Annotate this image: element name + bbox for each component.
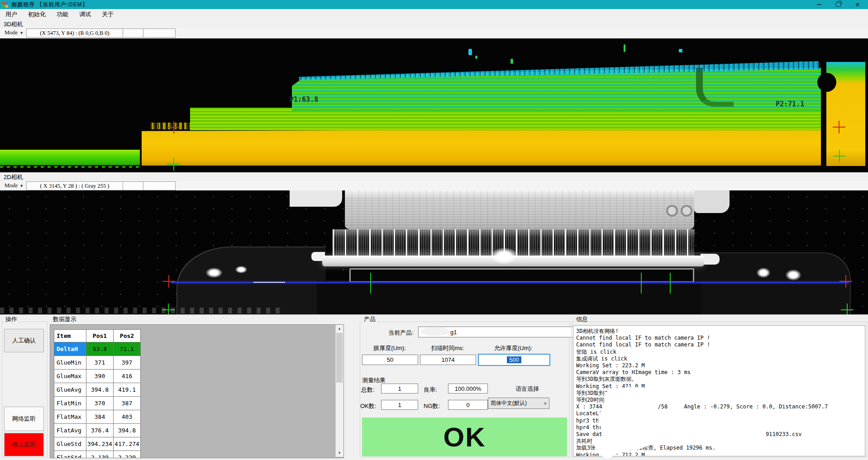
marker-cross-green [833,150,846,162]
chevron-down-icon: ▼ [19,31,24,35]
total-field[interactable]: 1 [381,384,418,394]
menu-item-4[interactable]: 调试 [74,9,96,20]
table-cell: FlatMax [54,410,86,424]
application-window: 测膜程序 【当前用户:OEM】 ✕ 用户初始化功能调试关于 3D相机 Mode▼… [0,0,868,460]
scroll-up-icon[interactable]: ▲ [336,325,343,332]
table-cell: GlueStd [54,437,86,451]
log-line: 集成调试 is click [576,356,865,362]
stop-listen-button[interactable]: 停止监听 [4,433,44,456]
mode-dropdown-3d[interactable]: Mode▼ [2,28,26,37]
camera-2d-label: 2D相机 [4,173,23,181]
scroll-down-icon[interactable]: ▼ [336,449,343,457]
connector-slot [349,268,694,283]
close-button[interactable]: ✕ [850,0,865,9]
table-row[interactable]: FlatStd2.1392.229 [54,451,141,459]
film-thickness-label: 膜厚度(Um): [362,344,417,352]
table-row[interactable]: GlueMin371397 [54,356,141,370]
film-thickness-field[interactable]: 50 [362,355,418,365]
ng-count-field[interactable]: 0 [448,400,488,410]
marker-cross-green [167,158,180,171]
allow-thickness-field[interactable]: 500 [478,354,550,366]
manual-confirm-button[interactable]: 人工确认 [4,329,44,352]
highlight-blob [206,268,222,278]
pixel-readout-2d: ( X 3145, Y 28 ) : ( Gray 255 ) [26,181,123,190]
ok-count-field[interactable]: 1 [381,400,418,410]
pcb-left-tab [290,190,342,207]
table-cell: GlueMin [54,356,86,370]
minimize-button[interactable] [811,0,827,9]
marker-cross-red [833,121,845,133]
log-line: Working Set : 223.2 M [576,362,865,369]
camera-3d-view[interactable]: P1:63.8 P2:71.1 [0,38,868,172]
toolbar-cell [143,28,176,38]
menu-item-2[interactable]: 初始化 [23,9,51,20]
scan-time-field[interactable]: 1074 [420,355,476,365]
table-row[interactable]: GlueAvg394.8419.1 [54,383,141,397]
table-cell: 370 [86,397,114,410]
network-listen-button[interactable]: 网络监听 [4,407,44,431]
toolbar-cell [143,181,176,190]
log-line: CameraV array to HImage time : 3 ms [576,369,865,376]
table-cell: 371 [86,356,114,370]
table-row[interactable]: FlatAvg376.4394.8 [54,424,141,437]
chevron-down-icon: ▼ [19,184,24,188]
result-status-box: OK [362,417,567,456]
table-header-cell: Pos2 [114,330,141,342]
heightmap-yellow-base [142,128,821,166]
heightmap-left-bar-edge [0,166,140,168]
app-icon [2,2,8,8]
bottom-panel: 操作 人工确认 网络监听 停止监听 数据显示 ItemPos1Pos2 Delt… [0,314,868,460]
toolbar-cell [123,181,143,190]
table-cell: 394.8 [114,424,141,437]
table-header: ItemPos1Pos2 [54,330,141,342]
table-row[interactable]: FlatMax384403 [54,410,141,424]
language-select-value: 简体中文(默认) [488,399,542,407]
table-row[interactable]: DeltaH63.871.1 [54,342,141,356]
marker-cross-red [162,275,175,288]
table-cell: FlatStd [54,451,86,459]
ng-count-label: NG数: [424,402,440,410]
language-select[interactable]: 简体中文(默认) ∨ [488,398,549,409]
connector-body-left [176,247,326,314]
scrollbar-thumb[interactable] [336,333,343,383]
camera-2d-view[interactable] [0,190,868,314]
highlight-blob [491,248,517,264]
p1-measure-tag: P1:63.8 [290,95,318,104]
connector-body-center [317,280,701,314]
highlight-blob [757,268,770,278]
table-cell: 390 [86,370,114,383]
table-cell: 71.1 [114,342,141,356]
table-cell: FlatAvg [54,424,86,437]
table-row[interactable]: GlueMax390416 [54,370,141,383]
menu-item-5[interactable]: 关于 [96,9,119,20]
log-line: Cannot find local IF to match camera IP … [576,335,865,341]
table-cell: GlueMax [54,370,86,383]
yield-field[interactable]: 100.000% [448,384,488,394]
table-cell: 419.1 [114,383,141,397]
chevron-down-icon: ∨ [542,401,549,406]
table-cell: 384 [86,410,114,424]
pcb-area [345,190,694,229]
menu-item-3[interactable]: 功能 [51,9,74,20]
total-label: 总数: [361,386,375,394]
table-cell: FlatMin [54,397,86,410]
table-row[interactable]: FlatMin370387 [54,397,141,410]
menu-item-1[interactable]: 用户 [0,9,23,20]
title-bar: 测膜程序 【当前用户:OEM】 ✕ [0,0,868,9]
pcb-fiducial-ring [666,205,678,217]
table-cell: GlueAvg [54,383,86,397]
table-header-cell: Pos1 [86,330,114,342]
minimize-icon [817,4,821,5]
current-product-label: 当前产品: [388,329,414,337]
pcb-right-piece [694,190,730,213]
table-row[interactable]: GlueStd394.234417.274 [54,437,141,451]
camera-2d-toolbar: Mode▼ ( X 3145, Y 28 ) : ( Gray 255 ) [0,181,868,191]
log-line: 3D相机没有网络! [576,328,865,335]
measure-tick-green [670,273,671,294]
measure-tick-green [641,273,642,294]
mode-dropdown-2d[interactable]: Mode▼ [2,181,26,190]
table-scrollbar[interactable]: ▲ ▼ [335,325,343,457]
menu-bar: 用户初始化功能调试关于 [0,9,868,20]
toolbar-cell [123,28,143,38]
maximize-button[interactable] [830,0,846,9]
